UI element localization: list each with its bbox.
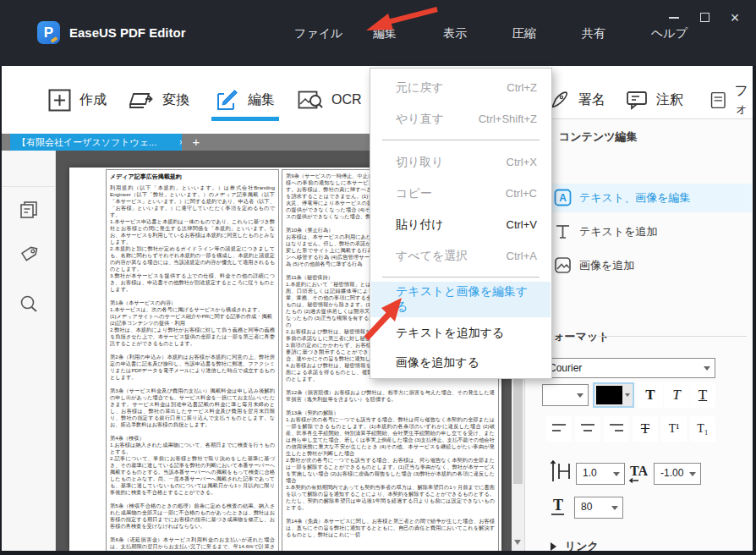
char-spacing-icon: TA bbox=[628, 461, 654, 485]
tab-close-icon[interactable]: × bbox=[173, 134, 182, 151]
red-arrow-to-edit-text-image bbox=[358, 289, 410, 343]
chevron-down-icon bbox=[613, 472, 620, 476]
create-button[interactable]: 作成 bbox=[48, 66, 107, 134]
menu-item-select-all[interactable]: すべてを選択 Ctrl+A bbox=[371, 240, 551, 272]
window-border-right bbox=[753, 66, 756, 555]
font-color-picker[interactable] bbox=[593, 382, 634, 408]
align-left-button[interactable] bbox=[546, 416, 572, 442]
ocr-label: OCR bbox=[331, 92, 362, 107]
color-swatch bbox=[596, 386, 622, 404]
add-text-item[interactable]: テキストを追加 bbox=[554, 223, 658, 240]
line-spacing-icon bbox=[549, 459, 572, 483]
edit-text-image-label: テキスト、画像を編集 bbox=[579, 190, 691, 206]
char-spacing-select[interactable]: -1.00 bbox=[654, 463, 701, 485]
ocr-button[interactable]: OCR bbox=[298, 66, 362, 134]
comment-bubble-icon bbox=[626, 89, 648, 111]
scroll-down-arrow-icon bbox=[514, 540, 521, 545]
svg-text:A: A bbox=[559, 192, 567, 204]
add-image-item[interactable]: 画像を追加 bbox=[554, 256, 634, 274]
document-title: メディア記事広告掲載規約 bbox=[110, 173, 275, 181]
align-center-icon bbox=[581, 422, 594, 434]
scrollbar-down-button[interactable] bbox=[512, 536, 524, 548]
svg-text:TA: TA bbox=[630, 464, 648, 478]
document-text-left: 利用規約（以下「本規約」といいます。）は株式会社Branding Enginee… bbox=[110, 184, 275, 551]
font-family-value: Courier bbox=[549, 362, 582, 374]
edit-button[interactable]: 編集 bbox=[216, 66, 275, 134]
document-tab[interactable]: 【有限会社イーザスソフトウェ... × bbox=[10, 134, 182, 151]
expand-triangle-icon bbox=[551, 542, 556, 551]
convert-icon bbox=[127, 89, 154, 112]
edit-active-indicator bbox=[211, 117, 279, 121]
menu-file[interactable]: ファイル bbox=[294, 26, 342, 41]
red-arrow-to-edit-menu bbox=[358, 3, 442, 39]
sidebar-divider bbox=[2, 186, 56, 187]
document-tab-label: 【有限会社イーザスソフトウェ... bbox=[17, 137, 156, 147]
menu-item-undo[interactable]: 元に戻す Ctrl+Z bbox=[371, 72, 551, 103]
char-spacing-value: -1.00 bbox=[660, 467, 683, 479]
minimize-icon bbox=[669, 17, 679, 19]
align-left-icon bbox=[552, 422, 566, 434]
menu-separator bbox=[382, 277, 540, 278]
maximize-icon bbox=[700, 13, 709, 22]
left-sidebar bbox=[2, 151, 56, 551]
line-spacing-value: 1.0 bbox=[583, 467, 597, 479]
menu-item-cut[interactable]: 切り取り Ctrl+X bbox=[371, 146, 551, 178]
menu-share[interactable]: 共有 bbox=[582, 26, 605, 41]
add-text-label: テキストを追加 bbox=[579, 224, 658, 239]
font-size-select[interactable] bbox=[542, 384, 589, 406]
plus-square-icon bbox=[48, 89, 71, 112]
close-button[interactable]: × bbox=[724, 7, 746, 29]
edit-text-a-icon: A bbox=[554, 189, 572, 206]
font-scale-select[interactable]: 80 bbox=[574, 497, 623, 519]
content-edit-section-title: コンテンツ編集 bbox=[559, 129, 638, 145]
menu-item-copy[interactable]: コピー Ctrl+C bbox=[371, 178, 551, 209]
bold-button[interactable]: T bbox=[638, 382, 663, 408]
page-thumbnails-icon[interactable] bbox=[19, 200, 39, 220]
superscript-button[interactable]: T¹ bbox=[661, 416, 687, 442]
edit-pencil-icon bbox=[216, 88, 239, 112]
format-divider bbox=[598, 336, 747, 337]
convert-button[interactable]: 変換 bbox=[127, 66, 189, 134]
add-image-icon bbox=[554, 256, 572, 274]
add-image-label: 画像を追加 bbox=[579, 258, 634, 273]
menu-separator bbox=[382, 140, 540, 140]
window-border-bottom bbox=[0, 551, 756, 555]
new-tab-button[interactable]: + bbox=[188, 134, 205, 151]
edit-text-image-item[interactable]: A テキスト、画像を編集 bbox=[554, 189, 691, 206]
chevron-down-icon bbox=[611, 506, 618, 510]
form-document-icon bbox=[710, 89, 726, 112]
menu-compress[interactable]: 圧縮 bbox=[512, 26, 536, 41]
italic-button[interactable]: T bbox=[664, 382, 689, 408]
minimize-button[interactable] bbox=[663, 7, 685, 29]
ocr-image-magnifier-icon bbox=[298, 89, 323, 112]
align-right-button[interactable] bbox=[604, 416, 629, 442]
edit-label: 編集 bbox=[248, 91, 275, 109]
menu-item-paste[interactable]: 貼り付け Ctrl+V bbox=[371, 209, 551, 240]
menu-item-add-image[interactable]: 画像を追加する bbox=[371, 347, 551, 378]
maximize-button[interactable] bbox=[693, 7, 715, 29]
search-icon[interactable] bbox=[19, 294, 39, 314]
chevron-down-icon bbox=[625, 393, 630, 397]
add-text-icon bbox=[554, 223, 572, 240]
underline-button[interactable]: T bbox=[690, 382, 715, 408]
sign-label: 署名 bbox=[578, 91, 605, 109]
app-logo-icon: P bbox=[37, 21, 60, 44]
font-scale-icon: T bbox=[549, 495, 571, 519]
window-border-left bbox=[0, 66, 2, 555]
menu-view[interactable]: 表示 bbox=[443, 26, 467, 41]
chevron-down-icon bbox=[577, 393, 583, 398]
strikethrough-button[interactable]: T bbox=[633, 416, 658, 442]
svg-text:T: T bbox=[553, 497, 563, 514]
right-panel: コンテンツ編集 A テキスト、画像を編集 テキストを追加 bbox=[524, 118, 753, 551]
document-column-left: メディア記事広告掲載規約 利用規約（以下「本規約」といいます。）は株式会社Bra… bbox=[106, 169, 279, 551]
convert-label: 変換 bbox=[162, 91, 189, 109]
subscript-button[interactable]: T₁ bbox=[690, 416, 715, 442]
align-center-button[interactable] bbox=[575, 416, 600, 442]
line-spacing-select[interactable]: 1.0 bbox=[576, 463, 625, 485]
menu-item-redo[interactable]: やり直す Ctrl+Shift+Z bbox=[371, 103, 551, 135]
font-scale-value: 80 bbox=[581, 501, 592, 513]
comment-label: 注釈 bbox=[656, 91, 683, 109]
font-family-select[interactable]: Courier bbox=[542, 358, 715, 378]
bookmark-tag-icon[interactable] bbox=[19, 244, 39, 264]
app-title: EaseUS PDF Editor bbox=[69, 25, 186, 40]
